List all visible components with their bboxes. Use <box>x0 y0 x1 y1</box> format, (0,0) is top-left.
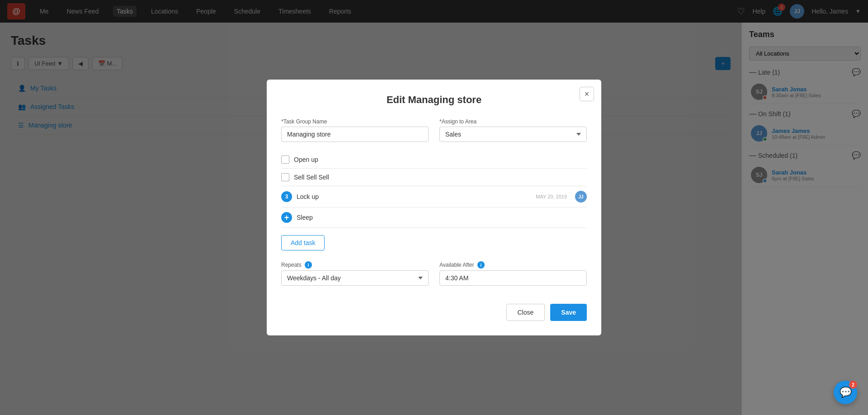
chat-bubble-icon: 💬 <box>840 387 852 398</box>
repeats-info-icon[interactable]: i <box>305 261 312 269</box>
assign-area-label: *Assign to Area <box>439 118 587 125</box>
repeats-select[interactable]: Weekdays - All day <box>281 270 429 286</box>
chat-bubble[interactable]: 💬 2 <box>834 381 857 404</box>
form-row-bottom: Repeats i Weekdays - All day Available A… <box>281 261 587 286</box>
assign-area-field: *Assign to Area Sales <box>439 118 587 142</box>
modal-overlay: × Edit Managing store *Task Group Name *… <box>0 0 868 415</box>
available-after-input[interactable] <box>439 270 587 286</box>
modal-close-button[interactable]: × <box>580 87 594 101</box>
edit-modal: × Edit Managing store *Task Group Name *… <box>267 80 601 335</box>
task-name-sell: Sell Sell Sell <box>294 174 587 181</box>
task-group-name-field: *Task Group Name <box>281 118 429 142</box>
task-group-input[interactable] <box>281 127 429 142</box>
task-meta-lockup: MAY 20, 2019 <box>536 194 567 199</box>
save-button[interactable]: Save <box>550 304 587 321</box>
repeats-field: Repeats i Weekdays - All day <box>281 261 429 286</box>
available-after-label: Available After i <box>439 261 587 269</box>
task-checkbox-sell[interactable] <box>281 173 289 181</box>
task-name-sleep: Sleep <box>297 214 587 221</box>
available-after-field: Available After i <box>439 261 587 286</box>
task-name-open-up: Open up <box>294 156 587 163</box>
repeats-label: Repeats i <box>281 261 429 269</box>
task-name-lockup: Lock up <box>297 193 531 200</box>
add-task-button[interactable]: Add task <box>281 235 325 250</box>
form-row-1: *Task Group Name *Assign to Area Sales <box>281 118 587 142</box>
task-badge-plus[interactable]: + <box>281 212 292 223</box>
modal-footer: Close Save <box>281 297 587 321</box>
modal-title: Edit Managing store <box>281 94 587 106</box>
task-checkbox-open-up[interactable] <box>281 156 289 164</box>
task-badge-3: 3 <box>281 191 292 202</box>
task-assignee-lockup: JJ <box>575 191 587 203</box>
close-button[interactable]: Close <box>506 304 545 321</box>
task-item-open-up: Open up <box>281 151 587 169</box>
task-list: Open up Sell Sell Sell 3 Lock up MAY 20,… <box>281 151 587 228</box>
task-item-lockup: 3 Lock up MAY 20, 2019 JJ <box>281 186 587 208</box>
available-after-info-icon[interactable]: i <box>477 261 485 269</box>
task-item-sleep: + Sleep <box>281 208 587 228</box>
task-item-sell: Sell Sell Sell <box>281 169 587 186</box>
task-group-label: *Task Group Name <box>281 118 429 125</box>
assign-area-select[interactable]: Sales <box>439 127 587 142</box>
chat-badge: 2 <box>849 381 857 389</box>
